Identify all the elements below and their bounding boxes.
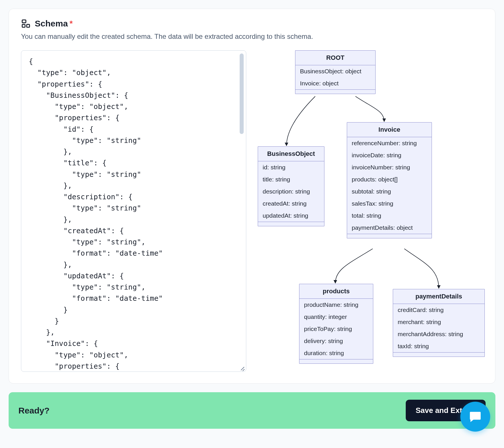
- node-row: createdAt: string: [258, 198, 324, 210]
- schema-card: Schema * You can manually edit the creat…: [9, 9, 495, 384]
- node-row: total: string: [347, 210, 432, 222]
- ready-label: Ready?: [18, 406, 49, 416]
- node-row: title: string: [258, 173, 324, 185]
- diagram-node-business-object: BusinessObject id: string title: string …: [258, 146, 324, 226]
- diagram-node-payment-details: paymentDetails creditCard: string mercha…: [393, 289, 485, 357]
- editor-scrollbar[interactable]: [240, 53, 244, 134]
- node-title: Invoice: [347, 122, 432, 137]
- schema-diagram: ROOT BusinessObject: object Invoice: obj…: [258, 50, 493, 372]
- section-title: Schema: [35, 19, 68, 28]
- node-row: subtotal: string: [347, 185, 432, 198]
- node-row: description: string: [258, 185, 324, 198]
- node-row: merchantAddress: string: [393, 328, 484, 340]
- node-row: delivery: string: [299, 335, 373, 347]
- schema-icon: [21, 19, 31, 28]
- node-row: creditCard: string: [393, 304, 484, 316]
- node-row: merchant: string: [393, 316, 484, 328]
- node-row: invoiceNumber: string: [347, 161, 432, 173]
- diagram-node-invoice: Invoice referenceNumber: string invoiceD…: [347, 122, 432, 238]
- node-row: taxId: string: [393, 340, 484, 352]
- node-title: products: [299, 284, 373, 299]
- node-row: duration: string: [299, 347, 373, 359]
- node-row: updatedAt: string: [258, 210, 324, 222]
- chat-button[interactable]: [460, 402, 490, 432]
- ready-bar: Ready? Save and Extract: [9, 392, 495, 429]
- required-asterisk: *: [70, 19, 73, 28]
- node-row: productName: string: [299, 299, 373, 311]
- node-title: BusinessObject: [258, 147, 324, 161]
- node-title: paymentDetails: [393, 289, 484, 304]
- schema-json-content[interactable]: { "type": "object", "properties": { "Bus…: [21, 51, 246, 372]
- node-row: BusinessObject: object: [295, 65, 375, 77]
- node-row: paymentDetails: object: [347, 222, 432, 234]
- svg-rect-0: [22, 20, 26, 23]
- section-subtitle: You can manually edit the created schema…: [21, 32, 483, 41]
- node-row: salesTax: string: [347, 198, 432, 210]
- diagram-node-products: products productName: string quantity: i…: [299, 284, 373, 364]
- node-title: ROOT: [295, 51, 375, 65]
- node-row: products: object[]: [347, 173, 432, 185]
- node-row: Invoice: object: [295, 77, 375, 89]
- svg-rect-2: [27, 24, 30, 27]
- section-header: Schema *: [21, 19, 483, 28]
- node-row: referenceNumber: string: [347, 137, 432, 149]
- node-row: priceToPay: string: [299, 323, 373, 335]
- diagram-node-root: ROOT BusinessObject: object Invoice: obj…: [295, 50, 376, 94]
- svg-rect-1: [22, 24, 25, 27]
- node-row: id: string: [258, 161, 324, 173]
- schema-json-editor[interactable]: { "type": "object", "properties": { "Bus…: [21, 50, 246, 372]
- node-row: invoiceDate: string: [347, 149, 432, 161]
- editor-resize-handle[interactable]: [239, 365, 245, 370]
- chat-icon: [468, 409, 482, 424]
- node-row: quantity: integer: [299, 311, 373, 323]
